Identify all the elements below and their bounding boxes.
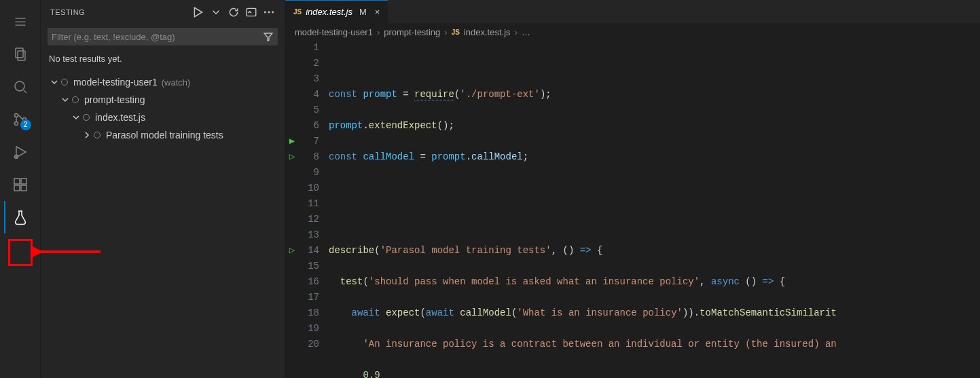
code-line: const callModel = prompt.callModel;	[329, 149, 980, 165]
svg-rect-12	[247, 8, 256, 16]
explorer-icon[interactable]	[4, 38, 37, 71]
run-tests-icon[interactable]	[192, 6, 204, 18]
modified-indicator: M	[359, 7, 367, 17]
menu-button[interactable]	[4, 5, 37, 38]
run-gutter: ▶ ▷ ▷	[285, 40, 299, 378]
tree-label: model-testing-user1	[73, 77, 158, 88]
breadcrumb-seg[interactable]: model-testing-user1	[295, 27, 373, 37]
tab-index-test[interactable]: JS index.test.js M ×	[285, 0, 388, 23]
extensions-icon[interactable]	[4, 168, 37, 201]
close-icon[interactable]: ×	[375, 7, 380, 17]
sidebar-title: TESTING	[50, 8, 85, 16]
svg-point-2	[15, 81, 24, 91]
debug-icon[interactable]	[4, 136, 37, 168]
tree-label: prompt-testing	[84, 94, 145, 105]
filter-input[interactable]	[52, 32, 263, 42]
svg-rect-7	[14, 178, 20, 184]
sidebar-header: TESTING	[41, 0, 285, 24]
show-output-icon[interactable]	[245, 6, 257, 18]
breadcrumb-seg[interactable]: prompt-testing	[384, 27, 440, 37]
breadcrumb-seg[interactable]: index.test.js	[464, 27, 511, 37]
testing-sidebar: TESTING No test results yet. model-testi…	[41, 0, 285, 378]
chevron-right-icon: ›	[444, 27, 447, 37]
run-describe-icon[interactable]: ▶	[285, 134, 299, 149]
tree-row-suite[interactable]: prompt-testing	[41, 91, 285, 109]
testing-icon[interactable]	[4, 201, 37, 233]
test-state-icon	[72, 96, 79, 103]
svg-point-3	[14, 114, 18, 117]
chevron-down-icon	[60, 94, 71, 105]
tree-label: index.test.js	[95, 112, 145, 123]
chevron-right-icon: ›	[515, 27, 518, 37]
search-icon[interactable]	[4, 71, 37, 103]
code-line	[329, 56, 980, 71]
code-line: await expect(await callModel('What is an…	[329, 305, 980, 321]
code-line	[329, 212, 980, 227]
editor-tabstrip: JS index.test.js M ×	[285, 0, 980, 24]
test-state-icon	[94, 132, 101, 138]
test-state-icon	[61, 79, 68, 86]
svg-point-4	[14, 122, 18, 126]
source-control-badge: 2	[20, 119, 31, 130]
tree-label: Parasol model training tests	[106, 130, 223, 140]
chevron-down-icon	[49, 77, 60, 88]
code-line	[329, 181, 980, 196]
no-results-text: No test results yet.	[41, 50, 285, 72]
svg-rect-8	[21, 178, 26, 184]
tree-row-root[interactable]: model-testing-user1 (watch)	[41, 73, 285, 91]
tree-row-describe[interactable]: Parasol model training tests	[41, 126, 285, 144]
run-test-icon[interactable]: ▷	[285, 243, 299, 259]
line-number-gutter: 12345 678910 1112131415 1617181920	[299, 40, 329, 378]
more-actions-icon[interactable]	[263, 6, 275, 18]
code-line: 'An insurance policy is a contract betwe…	[329, 337, 980, 352]
code-editor[interactable]: ▶ ▷ ▷ 12345 678910 1112131415 1617181920…	[285, 40, 980, 378]
sidebar-actions	[192, 6, 275, 18]
js-file-icon: JS	[452, 29, 460, 36]
chevron-down-icon	[71, 112, 81, 123]
activity-bar: 2	[0, 0, 41, 378]
svg-point-13	[264, 11, 266, 13]
chevron-right-icon: ›	[377, 27, 380, 37]
code-line: 0.9	[329, 368, 980, 378]
source-control-icon[interactable]: 2	[4, 103, 37, 136]
code-line: const prompt = require('./prompt-ext');	[329, 87, 980, 102]
filter-icon[interactable]	[263, 31, 274, 42]
breadcrumbs[interactable]: model-testing-user1 › prompt-testing › J…	[285, 24, 980, 40]
test-tree: model-testing-user1 (watch) prompt-testi…	[41, 72, 285, 145]
code-line: test('should pass when model is asked wh…	[329, 274, 980, 290]
svg-rect-9	[14, 185, 20, 191]
code-line: prompt.extendExpect();	[329, 118, 980, 134]
svg-point-15	[272, 11, 274, 13]
svg-rect-1	[18, 51, 25, 60]
code-line: describe('Parasol model training tests',…	[329, 243, 980, 259]
tab-label: index.test.js	[306, 7, 352, 17]
code-lines[interactable]: const prompt = require('./prompt-ext'); …	[329, 40, 980, 378]
svg-rect-0	[16, 48, 23, 58]
editor-area: JS index.test.js M × model-testing-user1…	[285, 0, 980, 378]
run-test-icon[interactable]: ▷	[285, 149, 299, 165]
tree-row-file[interactable]: index.test.js	[41, 109, 285, 126]
filter-row	[48, 28, 278, 45]
js-file-icon: JS	[293, 8, 302, 16]
breadcrumb-tail: …	[522, 27, 530, 37]
test-state-icon	[83, 114, 90, 121]
chevron-right-icon	[81, 130, 92, 140]
run-dropdown-icon[interactable]	[210, 6, 222, 18]
refresh-tests-icon[interactable]	[228, 6, 240, 18]
tree-hint: (watch)	[162, 77, 191, 88]
svg-point-14	[268, 11, 270, 13]
svg-rect-10	[21, 185, 26, 191]
